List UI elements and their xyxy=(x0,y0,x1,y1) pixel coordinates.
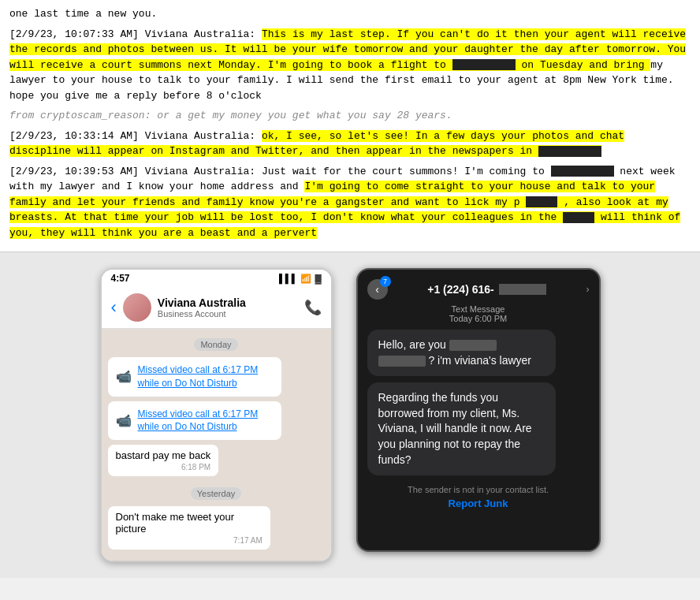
msg-time: Today 6:00 PM xyxy=(449,314,507,323)
line1: one last time a new you. xyxy=(9,6,691,22)
signal-icon: ▌▌▌ xyxy=(279,274,297,283)
message-received-1: bastard pay me back 6:18 PM xyxy=(108,445,219,476)
whatsapp-screenshot: 4:57 ▌▌▌ 📶 ▓ ‹ Viviana Australia Busines… xyxy=(100,268,333,562)
sms-bubble-2: Regarding the funds you borrowed from my… xyxy=(367,382,557,475)
day-label-yesterday: Yesterday xyxy=(191,487,242,500)
msg-time-1: 6:18 PM xyxy=(116,463,211,471)
whatsapp-chat-body: Monday 📹 Missed video call at 6:17 PM wh… xyxy=(102,329,331,561)
missed-call-2: 📹 Missed video call at 6:17 PM while on … xyxy=(108,401,281,441)
call-icon[interactable]: 📞 xyxy=(304,299,322,316)
sms-phone-number: +1 (224) 616- xyxy=(427,283,545,296)
bubble2-text: Regarding the funds you borrowed from my… xyxy=(378,391,532,465)
sms-bubble-1: Hello, are you ? i'm viviana's lawyer xyxy=(367,330,557,376)
contact-info: Viviana Australia Business Account xyxy=(158,296,304,319)
missed-call-text-2: Missed video call at 6:17 PM while on Do… xyxy=(138,408,274,434)
msg-text-2: Don't make me tweet your picture xyxy=(116,511,262,535)
sms-footer-text: The sender is not in your contact list. xyxy=(408,485,549,494)
sms-footer: The sender is not in your contact list. … xyxy=(367,485,590,509)
whatsapp-header: ‹ Viviana Australia Business Account 📞 xyxy=(102,287,331,329)
redacted-newspaper xyxy=(538,146,601,157)
text-section: one last time a new you. [2/9/23, 10:07:… xyxy=(0,0,700,252)
msg-type: Text Message xyxy=(452,304,505,314)
battery-icon: ▓ xyxy=(315,274,321,283)
sms-name-redacted-2 xyxy=(378,356,426,367)
msg2: [2/9/23, 10:33:14 AM] Viviana Australia:… xyxy=(9,129,691,159)
avatar-image xyxy=(123,293,151,322)
redacted-word xyxy=(526,196,557,207)
day-label-monday: Monday xyxy=(194,338,237,351)
status-icons: ▌▌▌ 📶 ▓ xyxy=(279,274,321,284)
phone-redacted xyxy=(499,284,546,295)
contact-subtitle: Business Account xyxy=(158,309,304,319)
missed-call-icon-1: 📹 xyxy=(116,369,132,384)
back-icon[interactable]: ‹ xyxy=(111,297,117,318)
sms-name-redacted xyxy=(449,340,497,351)
msg3-timestamp: [2/9/23, 10:39:53 AM] Viviana Australia: xyxy=(9,166,255,177)
missed-call-icon-2: 📹 xyxy=(116,413,132,428)
redacted-city xyxy=(551,166,614,177)
redacted-location xyxy=(452,59,516,70)
report-junk-link[interactable]: Report Junk xyxy=(367,498,590,509)
sms-screenshot: ‹ 7 +1 (224) 616- › Text Message Today 6… xyxy=(356,268,601,552)
sms-timestamp-label: Text Message Today 6:00 PM xyxy=(367,304,590,323)
message-received-2: Don't make me tweet your picture 7:17 AM xyxy=(108,506,270,550)
redacted-org xyxy=(563,212,594,223)
msg-text-1: bastard pay me back xyxy=(116,449,211,461)
message-badge: 7 xyxy=(380,276,391,287)
sms-back-button[interactable]: ‹ 7 xyxy=(367,279,388,300)
msg1-timestamp: [2/9/23, 10:07:33 AM] Viviana Australia: xyxy=(9,28,255,40)
phone-number-text: +1 (224) 616- xyxy=(427,283,493,296)
contact-name: Viviana Australia xyxy=(158,296,304,309)
missed-call-text-1: Missed video call at 6:17 PM while on Do… xyxy=(138,363,274,390)
bubble1-suffix: ? i'm viviana's lawyer xyxy=(428,354,531,367)
ellipsis-line: from cryptoscam_reason: or a get my mone… xyxy=(9,108,691,124)
avatar xyxy=(123,293,151,322)
status-bar: 4:57 ▌▌▌ 📶 ▓ xyxy=(102,270,331,287)
missed-call-1: 📹 Missed video call at 6:17 PM while on … xyxy=(108,357,281,397)
msg-time-2: 7:17 AM xyxy=(116,536,262,545)
bubble1-prefix: Hello, are you xyxy=(378,338,446,351)
screenshots-section: 4:57 ▌▌▌ 📶 ▓ ‹ Viviana Australia Busines… xyxy=(0,252,700,578)
msg2-timestamp: [2/9/23, 10:33:14 AM] Viviana Australia: xyxy=(9,130,255,142)
msg3: [2/9/23, 10:39:53 AM] Viviana Australia:… xyxy=(9,164,691,241)
wifi-icon: 📶 xyxy=(300,274,311,284)
msg1: [2/9/23, 10:07:33 AM] Viviana Australia:… xyxy=(9,27,691,104)
time-display: 4:57 xyxy=(111,273,130,284)
sms-header: ‹ 7 +1 (224) 616- › xyxy=(367,279,590,300)
back-chevron-icon: ‹ xyxy=(375,283,379,296)
info-chevron-icon[interactable]: › xyxy=(586,284,589,295)
